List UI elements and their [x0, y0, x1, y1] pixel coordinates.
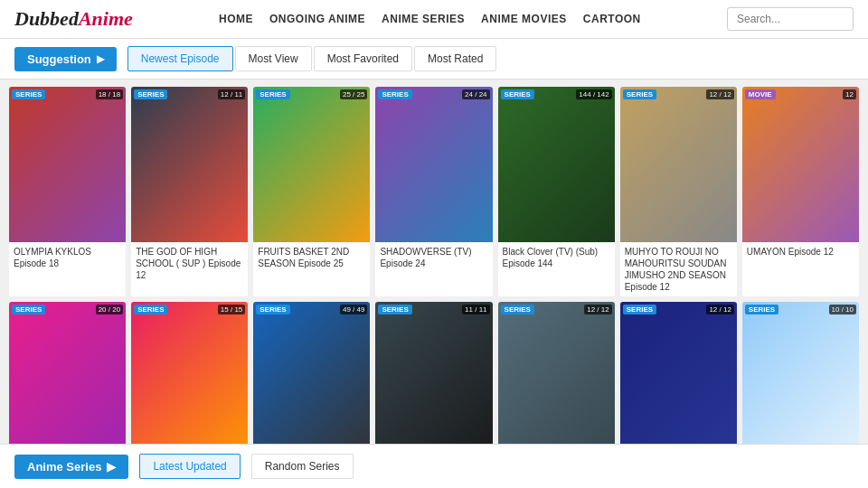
card-thumb-bg: [375, 87, 492, 242]
card-thumb-bg: [742, 302, 859, 457]
site-logo[interactable]: DubbedAnime: [14, 7, 133, 31]
card-thumb-bg: [498, 87, 615, 242]
card-type-badge: SERIES: [745, 305, 778, 314]
card-thumb-bg: [253, 87, 370, 242]
card-thumb-bg: [742, 87, 859, 242]
nav-home[interactable]: HOME: [219, 13, 253, 25]
card-thumbnail: SERIES 12 / 12: [620, 87, 737, 242]
card-type-badge: MOVIE: [745, 89, 776, 99]
card-episode-badge: 15 / 15: [218, 305, 245, 314]
tab-newest-episode[interactable]: Newest Episode: [127, 46, 233, 71]
main-nav: HOME ONGOING ANIME ANIME SERIES ANIME MO…: [151, 13, 709, 25]
tab-latest-updated[interactable]: Latest Updated: [139, 454, 240, 479]
card-thumbnail: SERIES 49 / 49: [253, 302, 370, 457]
card-thumb-bg: [131, 302, 248, 457]
anime-card[interactable]: SERIES 12 / 11 THE GOD OF HIGH SCHOOL ( …: [131, 87, 248, 296]
anime-card[interactable]: MOVIE 12 UMAYON Episode 12: [742, 87, 859, 296]
card-type-badge: SERIES: [378, 89, 411, 99]
card-thumb-bg: [253, 302, 370, 457]
card-episode-badge: 12: [843, 89, 856, 99]
card-thumb-bg: [375, 302, 492, 457]
suggestion-label: Suggestion: [27, 52, 91, 66]
logo-anime: Anime: [79, 7, 133, 30]
search-input[interactable]: [727, 7, 854, 31]
card-episode-badge: 20 / 20: [96, 305, 123, 314]
card-type-badge: SERIES: [256, 305, 289, 314]
anime-card[interactable]: SERIES 25 / 25 FRUITS BASKET 2ND SEASON …: [253, 87, 370, 296]
tab-most-rated[interactable]: Most Rated: [414, 46, 496, 71]
card-thumbnail: SERIES 15 / 15: [131, 302, 248, 457]
card-episode-badge: 24 / 24: [462, 89, 489, 99]
bottom-bar: Anime Series ▶ Latest Updated Random Ser…: [0, 444, 868, 488]
anime-card[interactable]: SERIES 18 / 18 OLYMPIA KYKLOS Episode 18: [9, 87, 126, 296]
suggestion-arrow-icon: ▶: [97, 53, 104, 65]
card-episode-badge: 12 / 12: [706, 305, 733, 314]
anime-card[interactable]: SERIES 24 / 24 SHADOWVERSE (TV) Episode …: [375, 87, 492, 296]
card-type-badge: SERIES: [501, 89, 534, 99]
card-episode-badge: 12 / 12: [706, 89, 733, 99]
tab-most-favorited[interactable]: Most Favorited: [314, 46, 412, 71]
card-episode-badge: 12 / 12: [584, 305, 611, 314]
card-episode-badge: 18 / 18: [96, 89, 123, 99]
card-thumbnail: SERIES 11 / 11: [375, 302, 492, 457]
card-type-badge: SERIES: [134, 305, 167, 314]
anime-series-button[interactable]: Anime Series ▶: [14, 455, 128, 479]
card-episode-badge: 10 / 10: [829, 305, 856, 314]
card-episode-badge: 12 / 11: [218, 89, 245, 99]
nav-ongoing[interactable]: ONGOING ANIME: [269, 13, 365, 25]
card-episode-badge: 144 / 142: [576, 89, 611, 99]
card-type-badge: SERIES: [256, 89, 289, 99]
card-thumb-bg: [498, 302, 615, 457]
card-thumbnail: SERIES 10 / 10: [742, 302, 859, 457]
tab-random-series[interactable]: Random Series: [251, 454, 354, 479]
card-thumb-bg: [131, 87, 248, 242]
anime-series-arrow-icon: ▶: [107, 460, 116, 474]
card-episode-badge: 49 / 49: [340, 305, 367, 314]
header: DubbedAnime HOME ONGOING ANIME ANIME SER…: [0, 0, 868, 39]
card-episode-badge: 25 / 25: [340, 89, 367, 99]
card-thumbnail: SERIES 12 / 12: [498, 302, 615, 457]
card-title: FRUITS BASKET 2ND SEASON Episode 25: [253, 242, 370, 273]
nav-movies[interactable]: ANIME MOVIES: [481, 13, 567, 25]
card-thumbnail: SERIES 24 / 24: [375, 87, 492, 242]
tabs-bar: Suggestion ▶ Newest Episode Most View Mo…: [0, 39, 868, 80]
anime-card[interactable]: SERIES 144 / 142 Black Clover (TV) (Sub)…: [498, 87, 615, 296]
card-thumb-bg: [620, 87, 737, 242]
card-thumbnail: SERIES 12 / 12: [620, 302, 737, 457]
card-type-badge: SERIES: [623, 89, 656, 99]
anime-series-label: Anime Series: [27, 460, 101, 474]
nav-series[interactable]: ANIME SERIES: [382, 13, 465, 25]
card-title: MUHYO TO ROUJI NO MAHOURITSU SOUDAN JIMU…: [620, 242, 737, 296]
card-thumbnail: SERIES 144 / 142: [498, 87, 615, 242]
card-type-badge: SERIES: [623, 305, 656, 314]
card-title: Black Clover (TV) (Sub) Episode 144: [498, 242, 615, 273]
card-thumbnail: SERIES 20 / 20: [9, 302, 126, 457]
card-thumbnail: SERIES 12 / 11: [131, 87, 248, 242]
card-thumb-bg: [9, 87, 126, 242]
card-thumb-bg: [620, 302, 737, 457]
suggestion-button[interactable]: Suggestion ▶: [14, 47, 117, 71]
anime-card[interactable]: SERIES 12 / 12 MUHYO TO ROUJI NO MAHOURI…: [620, 87, 737, 296]
card-type-badge: SERIES: [12, 305, 45, 314]
card-title: SHADOWVERSE (TV) Episode 24: [375, 242, 492, 273]
card-title: UMAYON Episode 12: [742, 242, 859, 271]
card-thumb-bg: [9, 302, 126, 457]
card-type-badge: SERIES: [12, 89, 45, 99]
card-type-badge: SERIES: [501, 305, 534, 314]
card-thumbnail: SERIES 25 / 25: [253, 87, 370, 242]
card-title: OLYMPIA KYKLOS Episode 18: [9, 242, 126, 273]
tab-most-view[interactable]: Most View: [235, 46, 312, 71]
anime-grid: SERIES 18 / 18 OLYMPIA KYKLOS Episode 18…: [0, 80, 868, 488]
logo-dubbed: Dubbed: [14, 7, 79, 30]
card-type-badge: SERIES: [378, 305, 411, 314]
card-thumbnail: MOVIE 12: [742, 87, 859, 242]
card-episode-badge: 11 / 11: [462, 305, 489, 314]
card-type-badge: SERIES: [134, 89, 167, 99]
grid-row-1: SERIES 18 / 18 OLYMPIA KYKLOS Episode 18…: [9, 87, 859, 296]
nav-cartoon[interactable]: CARTOON: [583, 13, 641, 25]
card-title: THE GOD OF HIGH SCHOOL ( SUP ) Episode 1…: [131, 242, 248, 285]
card-thumbnail: SERIES 18 / 18: [9, 87, 126, 242]
